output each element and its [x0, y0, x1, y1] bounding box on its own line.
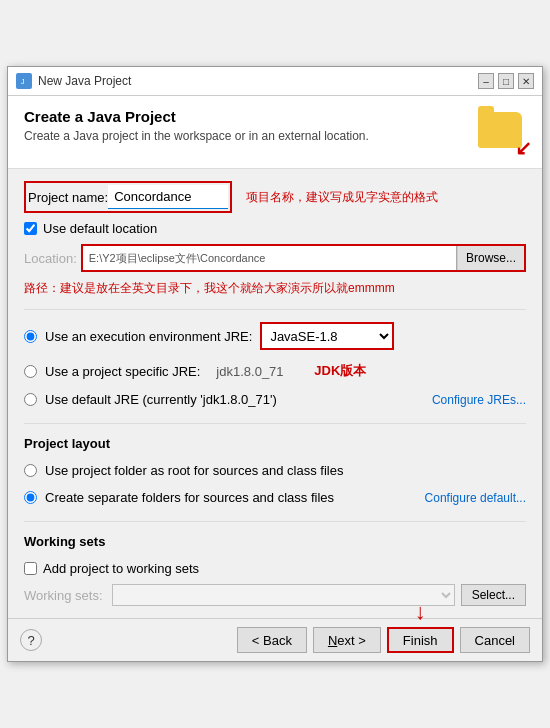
- svg-text:J: J: [21, 78, 25, 85]
- location-input-wrap: Browse...: [81, 244, 526, 272]
- path-annotation: 路径：建议是放在全英文目录下，我这个就给大家演示所以就emmmm: [24, 280, 526, 297]
- layout-separate-label[interactable]: Create separate folders for sources and …: [45, 490, 334, 505]
- minimize-button[interactable]: –: [478, 73, 494, 89]
- next-button[interactable]: Next >: [313, 627, 381, 653]
- back-button[interactable]: < Back: [237, 627, 307, 653]
- layout-root-radio[interactable]: [24, 464, 37, 477]
- layout-separate-radio[interactable]: [24, 491, 37, 504]
- help-button[interactable]: ?: [20, 629, 42, 651]
- add-working-sets-checkbox[interactable]: [24, 562, 37, 575]
- working-sets-input-wrap: Select...: [112, 584, 526, 606]
- jre-default-radio[interactable]: [24, 393, 37, 406]
- jre-radio-row-3: Use default JRE (currently 'jdk1.8.0_71'…: [24, 392, 526, 407]
- jdk-version-annotation: JDK版本: [314, 362, 366, 380]
- title-bar: J New Java Project – □ ✕: [8, 67, 542, 96]
- project-name-row: Project name: 项目名称，建议写成见字实意的格式: [24, 181, 526, 213]
- divider-1: [24, 309, 526, 310]
- default-location-checkbox[interactable]: [24, 222, 37, 235]
- add-working-sets-row: Add project to working sets: [24, 561, 526, 576]
- default-location-row: Use default location: [24, 221, 526, 236]
- next-underline: N: [328, 633, 337, 648]
- project-name-label: Project name:: [28, 190, 108, 205]
- dialog-title: Create a Java Project: [24, 108, 369, 125]
- finish-button-wrap: ↓ Finish: [387, 627, 454, 653]
- project-name-annotation: 项目名称，建议写成见字实意的格式: [246, 189, 438, 206]
- maximize-button[interactable]: □: [498, 73, 514, 89]
- layout-section-title: Project layout: [24, 436, 526, 451]
- jre-env-radio[interactable]: [24, 330, 37, 343]
- window-title: New Java Project: [38, 74, 472, 88]
- working-sets-select-row: Working sets: Select...: [24, 584, 526, 606]
- layout-radio-row-2: Create separate folders for sources and …: [24, 490, 526, 505]
- jre-default-label[interactable]: Use default JRE (currently 'jdk1.8.0_71'…: [45, 392, 277, 407]
- layout-radio-row-1: Use project folder as root for sources a…: [24, 463, 526, 478]
- configure-jres-link[interactable]: Configure JREs...: [432, 393, 526, 407]
- configure-default-link[interactable]: Configure default...: [425, 491, 526, 505]
- dialog-icon: ↙: [478, 108, 526, 156]
- dialog-footer: ? < Back Next > ↓ Finish Cancel: [8, 618, 542, 661]
- cancel-button[interactable]: Cancel: [460, 627, 530, 653]
- divider-2: [24, 423, 526, 424]
- working-sets-section-title: Working sets: [24, 534, 526, 549]
- jre-radio-row-2: Use a project specific JRE: jdk1.8.0_71 …: [24, 362, 526, 380]
- new-java-project-dialog: J New Java Project – □ ✕ Create a Java P…: [7, 66, 543, 662]
- window-controls: – □ ✕: [478, 73, 534, 89]
- project-name-input[interactable]: [108, 185, 228, 209]
- header-text: Create a Java Project Create a Java proj…: [24, 108, 369, 143]
- finish-button[interactable]: Finish: [387, 627, 454, 653]
- location-row: Location: Browse...: [24, 244, 526, 272]
- location-input[interactable]: [83, 246, 457, 270]
- jre-env-label[interactable]: Use an execution environment JRE:: [45, 329, 252, 344]
- next-label-rest: ext >: [337, 633, 366, 648]
- working-sets-select[interactable]: [112, 584, 455, 606]
- dialog-header: Create a Java Project Create a Java proj…: [8, 96, 542, 169]
- default-location-label[interactable]: Use default location: [43, 221, 157, 236]
- finish-arrow-icon: ↓: [415, 599, 426, 625]
- add-working-sets-label[interactable]: Add project to working sets: [43, 561, 199, 576]
- jre-dropdown-wrap: JavaSE-1.8: [260, 322, 394, 350]
- browse-button[interactable]: Browse...: [457, 246, 524, 270]
- jre-dropdown[interactable]: JavaSE-1.8: [262, 324, 392, 348]
- project-name-box: Project name:: [24, 181, 232, 213]
- location-label: Location:: [24, 251, 77, 266]
- working-sets-label: Working sets:: [24, 588, 104, 603]
- jre-specific-value: jdk1.8.0_71: [216, 364, 296, 379]
- close-button[interactable]: ✕: [518, 73, 534, 89]
- dialog-subtitle: Create a Java project in the workspace o…: [24, 129, 369, 143]
- layout-root-label[interactable]: Use project folder as root for sources a…: [45, 463, 343, 478]
- select-button[interactable]: Select...: [461, 584, 526, 606]
- jre-specific-radio[interactable]: [24, 365, 37, 378]
- jre-specific-label[interactable]: Use a project specific JRE:: [45, 364, 200, 379]
- window-icon: J: [16, 73, 32, 89]
- jre-radio-row-1: Use an execution environment JRE: JavaSE…: [24, 322, 526, 350]
- dialog-content: Project name: 项目名称，建议写成见字实意的格式 Use defau…: [8, 169, 542, 618]
- divider-3: [24, 521, 526, 522]
- arrow-icon: ↙: [515, 136, 532, 160]
